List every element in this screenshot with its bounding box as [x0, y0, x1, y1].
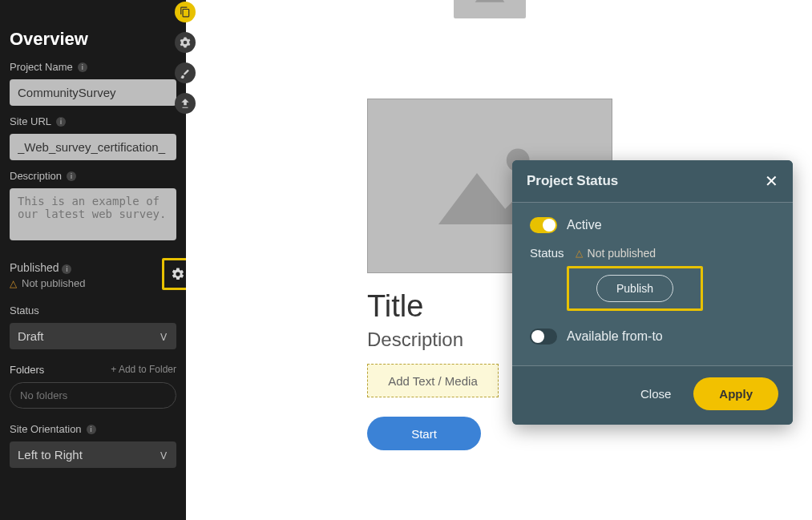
info-icon: i	[87, 425, 96, 434]
overview-heading: Overview	[10, 29, 176, 50]
site-url-input[interactable]	[10, 134, 176, 160]
copy-icon	[180, 6, 191, 18]
orientation-label: Site Orientation i	[10, 423, 176, 435]
info-icon: i	[78, 62, 87, 72]
info-icon: i	[62, 264, 71, 274]
modal-status-label: Status	[530, 246, 564, 260]
folders-label: Folders	[10, 364, 44, 376]
gear-icon	[171, 267, 185, 281]
available-label: Available from-to	[567, 329, 663, 344]
thumbnail-block	[367, 0, 612, 18]
image-placeholder[interactable]	[454, 0, 526, 18]
close-button[interactable]: Close	[640, 387, 671, 401]
status-select[interactable]: Draft	[10, 323, 176, 349]
description-label: Description i	[10, 170, 176, 182]
info-icon: i	[67, 171, 76, 181]
active-toggle[interactable]	[530, 217, 557, 233]
apply-button[interactable]: Apply	[693, 377, 778, 410]
image-icon	[471, 0, 508, 6]
toolbar-button-4[interactable]	[175, 93, 196, 114]
folders-input[interactable]	[10, 382, 176, 409]
active-label: Active	[567, 218, 602, 232]
add-to-folder-link[interactable]: + Add to Folder	[111, 364, 176, 376]
add-text-media-button[interactable]: Add Text / Media	[367, 364, 499, 397]
published-label: Published	[10, 261, 59, 274]
project-status-modal: Project Status ✕ Active Status △ Not pub…	[512, 160, 793, 425]
modal-title: Project Status	[527, 173, 618, 189]
project-name-label: Project Name i	[10, 61, 176, 73]
publish-button[interactable]: Publish	[596, 275, 673, 302]
publish-highlight: Publish	[567, 266, 703, 311]
share-icon	[180, 98, 191, 109]
orientation-select[interactable]: Left to Right	[10, 441, 176, 468]
toolbar-button-2[interactable]	[175, 32, 196, 53]
status-label: Status	[10, 304, 176, 316]
site-url-label: Site URL i	[10, 115, 176, 127]
warning-icon: △	[576, 248, 583, 259]
project-name-input[interactable]	[10, 79, 176, 106]
close-icon[interactable]: ✕	[765, 173, 778, 189]
toolbar-button-1[interactable]	[175, 2, 196, 22]
vertical-toolbar	[175, 2, 196, 114]
sidebar: Overview Project Name i Site URL i Descr…	[0, 0, 186, 520]
gear-icon	[180, 37, 191, 48]
warning-icon: △	[10, 278, 17, 289]
toolbar-button-3[interactable]	[175, 62, 196, 83]
start-button[interactable]: Start	[367, 417, 481, 450]
modal-not-published: Not published	[588, 247, 656, 260]
available-toggle[interactable]	[530, 329, 557, 345]
svg-marker-1	[475, 0, 505, 2]
brush-icon	[180, 67, 191, 79]
not-published-text: Not published	[22, 277, 86, 289]
description-textarea[interactable]	[10, 188, 176, 240]
info-icon: i	[56, 117, 66, 127]
publish-settings-button[interactable]	[162, 258, 186, 290]
